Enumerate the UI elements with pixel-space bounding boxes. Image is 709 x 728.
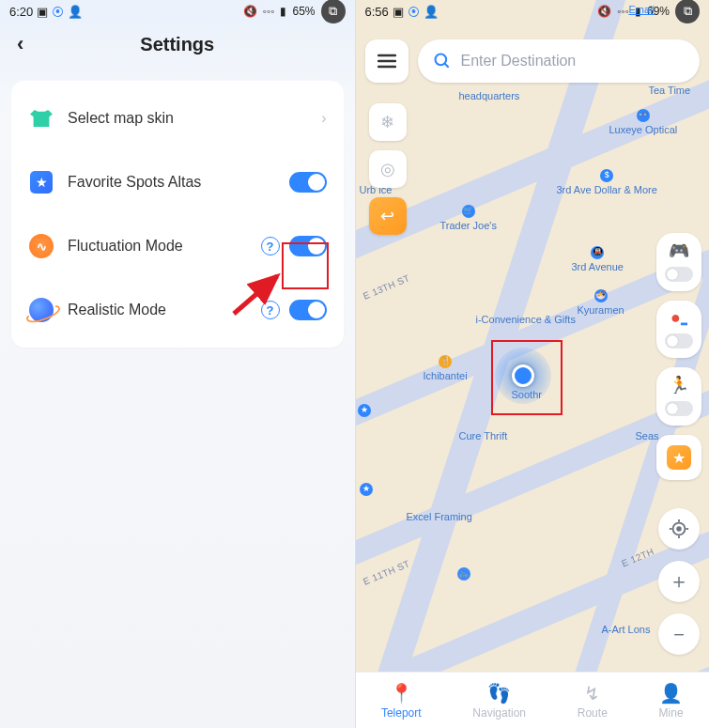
nav-mine[interactable]: 👤 Mine [659, 682, 684, 720]
poi-dot[interactable]: ★ [360, 483, 373, 498]
poi-dot[interactable]: ★ [358, 404, 371, 419]
status-bar: 6:20 ▣ ⦿ 👤 🔇 ◦◦◦ ▮ 65% ⧉ [0, 0, 355, 21]
poi[interactable]: 🍴Ichibantei [424, 355, 468, 381]
current-location-marker [495, 348, 551, 404]
status-time: 6:56 [365, 5, 389, 19]
nav-route[interactable]: ↯ Route [578, 682, 608, 720]
location-pin-icon: ⦿ [408, 5, 420, 19]
poi[interactable]: headquarters [459, 90, 520, 101]
route-icon: ↯ [584, 682, 600, 705]
svg-line-2 [444, 64, 448, 68]
realistic-mode-row: Realistic Mode ? [11, 278, 344, 342]
settings-card: Select map skin › ★ Favorite Spots Altas… [11, 81, 344, 348]
svg-line-0 [234, 276, 277, 314]
zoom-in-button[interactable]: ＋ [658, 561, 700, 602]
walk-mode-card: 🏃 [656, 367, 701, 426]
search-placeholder: Enter Destination [461, 53, 577, 70]
record-toggle[interactable] [665, 333, 693, 349]
star-icon: ★ [28, 169, 54, 195]
poi[interactable]: Seas [636, 430, 659, 441]
wifi-icon: ◦◦◦ [263, 5, 275, 18]
settings-screen: 6:20 ▣ ⦿ 👤 🔇 ◦◦◦ ▮ 65% ⧉ ‹ Settings Sele… [0, 0, 355, 728]
avatar-icon: 👤 [424, 5, 439, 19]
walk-icon: 🏃 [669, 375, 689, 395]
header: ‹ Settings [0, 21, 355, 68]
poi[interactable]: 👓Luxeye Optical [609, 109, 678, 135]
poi[interactable]: Cure Thrift [459, 430, 508, 441]
teleport-icon: 📍 [390, 682, 413, 705]
fluctuation-toggle[interactable] [289, 236, 327, 256]
compass-button[interactable]: ◎ [369, 150, 407, 188]
row-label: Select map skin [68, 110, 321, 127]
joystick-mode-card: 🎮 [656, 233, 701, 291]
snow-button[interactable]: ❄ [369, 103, 407, 141]
svg-point-1 [435, 54, 446, 66]
location-pin-icon: ⦿ [52, 5, 64, 19]
realistic-toggle[interactable] [289, 300, 327, 320]
mute-icon: 🔇 [243, 5, 257, 18]
poi[interactable]: i-Convenience & Gifts [476, 314, 576, 325]
fluctuation-icon: ∿ [28, 233, 54, 259]
map-tool-stack: ❄ ◎ ↩ [369, 103, 407, 235]
joystick-toggle[interactable] [665, 267, 693, 282]
status-bar: 6:56 ▣ ⦿ 👤 🔇 ◦◦◦ ▮ 69% ⧉ [356, 0, 710, 21]
poi[interactable]: Excel Framing [407, 511, 472, 522]
fluctuation-mode-row: ∿ Fluctuation Mode ? [11, 214, 344, 278]
menu-button[interactable] [365, 39, 408, 83]
annotation-arrow [230, 271, 286, 318]
wifi-icon: ◦◦◦ [617, 5, 629, 18]
poi[interactable]: 🚇3rd Avenue [572, 246, 624, 272]
back-button[interactable]: ‹ [17, 32, 23, 56]
signal-icon: ▮ [280, 5, 286, 18]
record-icon: ●▂ [670, 308, 687, 328]
email-link[interactable]: Email [628, 4, 655, 15]
image-icon: ▣ [37, 5, 48, 19]
mute-icon: 🔇 [597, 5, 611, 18]
poi[interactable]: $3rd Ave Dollar & More [557, 169, 657, 195]
mode-stack: 🎮 ●▂ 🏃 ★ [656, 233, 701, 480]
navigation-icon: 👣 [487, 682, 511, 705]
chevron-right-icon: › [321, 110, 326, 127]
poi[interactable]: Tea Time [649, 85, 691, 96]
favorite-toggle[interactable] [289, 172, 327, 193]
map-controls: ＋ － [658, 508, 700, 655]
nav-navigation[interactable]: 👣 Navigation [472, 682, 526, 720]
star-icon: ★ [667, 445, 691, 470]
poi[interactable]: 🛒Trader Joe's [440, 205, 497, 231]
select-map-skin-row[interactable]: Select map skin › [11, 86, 344, 150]
planet-icon [28, 297, 54, 323]
screencap-icon[interactable]: ⧉ [675, 0, 700, 23]
zoom-out-button[interactable]: － [658, 613, 700, 655]
shirt-icon [28, 105, 54, 132]
road-label: E 13TH ST [361, 272, 410, 302]
folder-back-button[interactable]: ↩ [369, 197, 407, 235]
image-icon: ▣ [393, 5, 404, 19]
top-bar: Enter Destination [365, 39, 701, 83]
search-input[interactable]: Enter Destination [418, 39, 701, 83]
battery-label: 65% [292, 5, 315, 18]
favorite-button[interactable]: ★ [656, 435, 701, 480]
walk-toggle[interactable] [665, 401, 693, 416]
locate-button[interactable] [658, 508, 700, 550]
nav-label: Mine [659, 706, 684, 720]
help-icon[interactable]: ? [261, 237, 280, 256]
poi[interactable]: A-Art Lons [602, 624, 651, 635]
record-mode-card: ●▂ [656, 301, 701, 358]
locate-icon [669, 519, 689, 539]
status-time: 6:20 ▣ ⦿ 👤 [9, 5, 83, 19]
favorite-spots-row: ★ Favorite Spots Altas [11, 150, 344, 214]
poi-dot[interactable]: 🚲 [457, 567, 470, 582]
page-title: Settings [140, 34, 214, 55]
joystick-icon: 🎮 [669, 240, 689, 261]
avatar-icon: 👤 [68, 5, 83, 19]
hamburger-icon [378, 54, 396, 69]
nav-teleport[interactable]: 📍 Teleport [381, 682, 422, 720]
search-icon [433, 52, 452, 70]
nav-label: Teleport [381, 706, 422, 720]
mine-icon: 👤 [659, 682, 683, 705]
bottom-nav: 📍 Teleport 👣 Navigation ↯ Route 👤 Mine [356, 672, 710, 728]
road-label: E 11TH ST [361, 558, 410, 587]
map-screen: E 13TH ST E 11TH ST E 12TH headquarters … [355, 0, 710, 728]
nav-label: Route [578, 706, 608, 720]
poi[interactable]: 🍜Kyuramen [578, 289, 624, 316]
